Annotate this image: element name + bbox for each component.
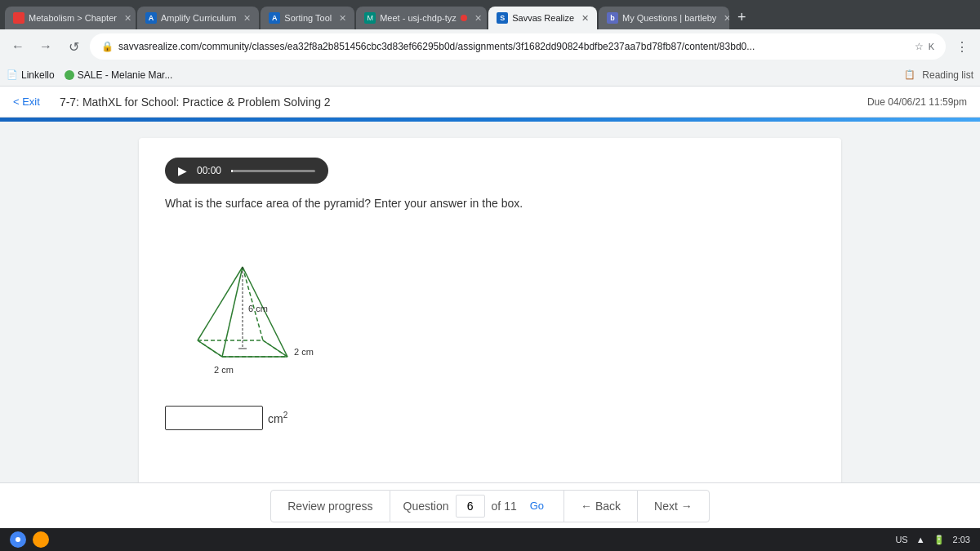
svg-text:6 cm: 6 cm	[248, 304, 268, 313]
back-button[interactable]: ← Back	[564, 490, 637, 522]
taskbar: US ▲ 🔋 2:03	[0, 528, 980, 551]
refresh-button[interactable]: ↺	[62, 35, 85, 58]
exit-button[interactable]: < Exit	[13, 96, 40, 108]
tab-label-bartleby: My Questions | bartleby	[622, 13, 716, 23]
tab-sorting[interactable]: A Sorting Tool ✕	[261, 7, 354, 29]
tab-close-sorting[interactable]: ✕	[339, 13, 346, 24]
tab-icon-bartleby: b	[607, 12, 618, 24]
recording-indicator	[461, 15, 467, 21]
bookmark-linkello-icon: 📄	[7, 69, 18, 80]
tab-label-sorting: Sorting Tool	[284, 13, 332, 23]
tab-meet[interactable]: M Meet - usj-chdp-tyz ✕	[356, 7, 487, 29]
answer-input[interactable]	[165, 406, 263, 430]
audio-player[interactable]: ▶ 00:00	[165, 158, 328, 184]
next-button[interactable]: Next →	[637, 490, 710, 522]
tab-icon-metabolism	[13, 12, 24, 24]
tab-icon-amplify: A	[145, 12, 157, 24]
play-button[interactable]: ▶	[178, 164, 187, 177]
answer-area: cm2	[165, 406, 815, 430]
audio-time: 00:00	[197, 165, 221, 176]
question-number-input[interactable]	[456, 495, 485, 518]
assignment-title: 7-7: MathXL for School: Practice & Probl…	[60, 96, 867, 109]
tab-icon-sorting: A	[269, 12, 280, 24]
secondary-taskbar-icon[interactable]	[33, 531, 49, 548]
taskbar-right: US ▲ 🔋 2:03	[895, 535, 970, 545]
page-header: < Exit 7-7: MathXL for School: Practice …	[0, 87, 980, 118]
bookmark-linkello-label: Linkello	[21, 69, 55, 81]
svg-point-17	[16, 537, 20, 542]
tab-savvas[interactable]: S Savvas Realize ✕	[488, 7, 597, 29]
svg-point-18	[36, 535, 46, 544]
tab-label-meet: Meet - usj-chdp-tyz	[380, 13, 457, 23]
reading-list-label[interactable]: Reading list	[922, 69, 973, 81]
question-card: ▶ 00:00 What is the surface area of the …	[139, 138, 841, 489]
svg-line-4	[222, 267, 243, 357]
question-navigator: Question of 11 Go	[390, 490, 564, 522]
go-button[interactable]: Go	[523, 496, 550, 515]
audio-progress-fill	[231, 170, 233, 172]
forward-navigation-button[interactable]: →	[34, 35, 57, 58]
main-content: ▶ 00:00 What is the surface area of the …	[0, 122, 980, 505]
svg-line-9	[198, 340, 222, 357]
new-tab-button[interactable]: +	[731, 6, 753, 29]
bookmarks-bar: 📄 Linkello SALE - Melanie Mar... 📋 Readi…	[0, 64, 980, 87]
bookmark-linkello[interactable]: 📄 Linkello	[7, 69, 55, 81]
tab-icon-meet: M	[364, 12, 376, 24]
extensions-icon[interactable]: K	[929, 42, 934, 51]
bookmark-sale-icon	[65, 70, 74, 80]
unit-superscript: 2	[283, 411, 288, 420]
taskbar-time: 2:03	[953, 535, 970, 544]
bookmark-sale-label: SALE - Melanie Mar...	[78, 69, 173, 81]
more-options-button[interactable]: ⋮	[951, 35, 973, 58]
tab-bartleby[interactable]: b My Questions | bartleby ✕	[599, 7, 729, 29]
url-bar[interactable]: 🔒 savvasrealize.com/community/classes/ea…	[90, 33, 946, 60]
tab-close-amplify[interactable]: ✕	[243, 13, 251, 24]
tab-label-savvas: Savvas Realize	[512, 13, 574, 23]
review-progress-button[interactable]: Review progress	[270, 490, 390, 522]
audio-progress-bar[interactable]	[231, 170, 315, 172]
tab-metabolism[interactable]: Metabolism > Chapter ✕	[5, 7, 136, 29]
back-navigation-button[interactable]: ←	[7, 35, 29, 58]
tab-close-metabolism[interactable]: ✕	[124, 13, 131, 24]
taskbar-battery-icon: 🔋	[933, 535, 945, 545]
svg-line-6	[198, 267, 243, 340]
tab-close-savvas[interactable]: ✕	[581, 13, 589, 24]
question-text: What is the surface area of the pyramid?…	[165, 197, 815, 210]
tab-label-amplify: Amplify Curriculum	[161, 13, 236, 23]
question-label: Question	[403, 500, 449, 513]
svg-text:2 cm: 2 cm	[214, 365, 234, 375]
lock-icon: 🔒	[101, 41, 114, 52]
tab-icon-savvas: S	[497, 12, 508, 24]
taskbar-locale: US	[895, 535, 907, 544]
svg-text:2 cm: 2 cm	[294, 347, 314, 357]
nav-bar: ← → ↺ 🔒 savvasrealize.com/community/clas…	[0, 29, 980, 64]
tab-close-bartleby[interactable]: ✕	[724, 13, 729, 24]
taskbar-wifi-icon: ▲	[916, 535, 925, 544]
tab-label-metabolism: Metabolism > Chapter	[29, 13, 117, 23]
chrome-taskbar-icon[interactable]	[10, 531, 26, 548]
tab-close-meet[interactable]: ✕	[474, 13, 482, 24]
url-text: savvasrealize.com/community/classes/ea32…	[118, 41, 910, 52]
diagram-area: 6 cm 2 cm 2 cm	[165, 226, 815, 389]
reading-list-icon[interactable]: 📋	[904, 69, 915, 80]
due-date: Due 04/06/21 11:59pm	[867, 96, 967, 108]
question-of-label: of 11	[492, 500, 517, 513]
tab-amplify[interactable]: A Amplify Curriculum ✕	[137, 7, 259, 29]
bookmark-sale[interactable]: SALE - Melanie Mar...	[65, 69, 173, 81]
bottom-navigation-bar: Review progress Question of 11 Go ← Back…	[0, 482, 980, 528]
unit-label: cm2	[268, 411, 287, 425]
star-icon[interactable]: ☆	[915, 41, 924, 52]
pyramid-diagram: 6 cm 2 cm 2 cm	[173, 226, 353, 389]
